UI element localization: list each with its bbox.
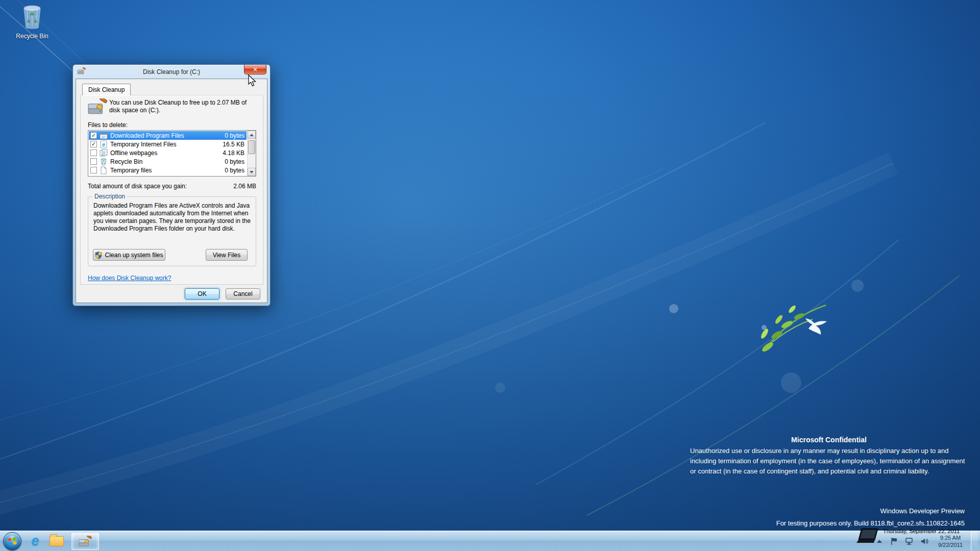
svg-text:e: e xyxy=(102,141,105,147)
disk-cleanup-taskbar-icon xyxy=(79,536,92,547)
taskbar-file-explorer-button[interactable] xyxy=(47,532,66,550)
list-item[interactable]: ✓ e Temporary Internet Files 16.5 KB xyxy=(89,140,247,148)
checkbox[interactable] xyxy=(90,167,97,173)
description-groupbox: Description Downloaded Program Files are… xyxy=(88,196,256,266)
file-size: 4.18 KB xyxy=(215,149,244,157)
description-label: Description xyxy=(92,193,127,200)
how-does-disk-cleanup-work-link[interactable]: How does Disk Cleanup work? xyxy=(88,274,171,282)
tab-pane: You can use Disk Cleanup to free up to 2… xyxy=(80,95,263,285)
disk-cleanup-title-icon xyxy=(77,67,86,76)
tab-disk-cleanup[interactable]: Disk Cleanup xyxy=(82,84,131,95)
close-button[interactable]: ✕ xyxy=(244,65,266,74)
windows-flag-icon xyxy=(7,536,17,546)
scrollbar-thumb[interactable] xyxy=(248,140,255,154)
recycle-bin-small-icon xyxy=(100,158,108,166)
dialog-titlebar[interactable]: Disk Cleanup for (C:) ✕ xyxy=(76,65,267,79)
list-item[interactable]: Offline webpages 4.18 KB xyxy=(89,148,247,157)
total-gain-label: Total amount of disk space you gain: xyxy=(88,183,187,190)
confidential-watermark: Microsoft Confidential Unauthorized use … xyxy=(690,436,968,477)
taskbar-internet-explorer-button[interactable]: e xyxy=(26,532,45,550)
close-icon: ✕ xyxy=(253,66,257,73)
file-name: Recycle Bin xyxy=(110,158,212,165)
disk-cleanup-dialog: Disk Cleanup for (C:) ✕ Disk Cleanup You… xyxy=(72,64,271,306)
view-files-label: View Files xyxy=(213,252,240,259)
dialog-title: Disk Cleanup for (C:) xyxy=(76,68,267,76)
file-name: Temporary files xyxy=(110,167,212,174)
list-item[interactable]: ✓ Downloaded Program Files 0 bytes xyxy=(89,131,247,140)
files-listbox: ✓ Downloaded Program Files 0 bytes ✓ e T… xyxy=(88,130,256,177)
laptop-watermark-icon xyxy=(856,528,880,548)
tab-label: Disk Cleanup xyxy=(88,86,125,93)
clean-up-system-files-button[interactable]: Clean up system files xyxy=(93,249,165,261)
arrow-down-icon xyxy=(250,171,254,173)
ok-button[interactable]: OK xyxy=(185,288,219,299)
view-files-button[interactable]: View Files xyxy=(206,249,248,261)
start-button[interactable] xyxy=(3,532,21,550)
checkbox[interactable]: ✓ xyxy=(90,132,97,139)
edition-watermark: Windows Developer Preview xyxy=(880,507,965,515)
description-text: Downloaded Program Files are ActiveX con… xyxy=(88,197,256,233)
checkbox[interactable] xyxy=(90,158,97,165)
internet-explorer-icon: e xyxy=(31,534,39,548)
file-size: 16.5 KB xyxy=(215,141,244,148)
taskbar-disk-cleanup-button[interactable] xyxy=(71,533,99,550)
build-watermark: For testing purposes only. Build 8118.fb… xyxy=(776,519,965,527)
confidential-body: Unauthorized use or disclosure in any ma… xyxy=(690,446,968,477)
arrow-up-icon xyxy=(250,134,254,136)
folder-icon xyxy=(50,536,64,546)
ok-label: OK xyxy=(198,290,206,297)
confidential-title: Microsoft Confidential xyxy=(690,436,968,444)
taskbar: e xyxy=(0,531,980,551)
tray-overlay-watermark: Thursday, September 22, 2011 xyxy=(856,528,960,548)
recycle-bin-desktop-icon[interactable]: Recycle Bin xyxy=(9,4,55,40)
show-desktop-button[interactable] xyxy=(971,531,978,551)
recycle-bin-label: Recycle Bin xyxy=(9,33,55,40)
cancel-button[interactable]: Cancel xyxy=(226,288,260,299)
cancel-label: Cancel xyxy=(233,290,252,297)
checkbox[interactable]: ✓ xyxy=(90,141,97,147)
internet-files-icon: e xyxy=(100,140,108,148)
file-name: Offline webpages xyxy=(110,149,212,157)
file-name: Downloaded Program Files xyxy=(110,132,212,139)
scroll-up-button[interactable] xyxy=(248,131,256,139)
list-item[interactable]: Recycle Bin 0 bytes xyxy=(89,157,247,166)
checkbox[interactable] xyxy=(90,149,97,156)
file-size: 0 bytes xyxy=(215,132,244,139)
scroll-down-button[interactable] xyxy=(248,168,256,176)
clean-up-system-files-label: Clean up system files xyxy=(105,252,163,259)
file-icon xyxy=(100,166,108,174)
total-gain-value: 2.06 MB xyxy=(233,183,256,190)
uac-shield-icon xyxy=(95,251,102,259)
dialog-body: Disk Cleanup You can use Disk Cleanup to… xyxy=(76,79,267,303)
disk-cleanup-icon xyxy=(88,98,107,115)
tray-overlay-text: Thursday, September 22, 2011 xyxy=(883,528,960,535)
file-name: Temporary Internet Files xyxy=(110,141,212,148)
intro-text: You can use Disk Cleanup to free up to 2… xyxy=(109,99,258,114)
recycle-bin-icon xyxy=(20,4,44,30)
list-item[interactable]: Temporary files 0 bytes xyxy=(89,166,247,174)
vertical-scrollbar[interactable] xyxy=(247,131,256,176)
files-to-delete-label: Files to delete: xyxy=(88,121,128,129)
desktop: Recycle Bin Microsoft Confidential Unaut… xyxy=(0,0,980,551)
program-files-icon xyxy=(100,132,108,140)
offline-webpages-icon xyxy=(100,149,108,157)
file-size: 0 bytes xyxy=(215,167,244,174)
file-size: 0 bytes xyxy=(215,158,244,165)
